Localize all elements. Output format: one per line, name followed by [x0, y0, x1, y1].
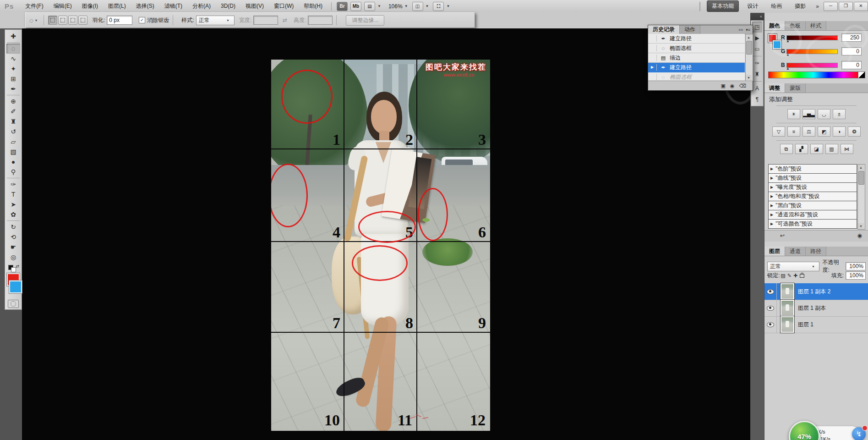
layer-name[interactable]: 图层 1 副本 2 [798, 288, 830, 296]
layer-row-original[interactable]: 图层 1 [764, 316, 868, 333]
quick-selection-tool[interactable]: ✦ [6, 64, 20, 74]
color-balance-icon[interactable]: ⚖ [802, 126, 815, 137]
history-source-box[interactable] [648, 55, 657, 61]
lasso-tool[interactable]: ∿ [6, 54, 20, 64]
b-value[interactable]: 0 [841, 61, 862, 69]
preset-selective-color[interactable]: ▶"可选颜色"预设 [769, 220, 857, 228]
history-source-box[interactable] [648, 35, 657, 42]
hue-saturation-icon[interactable]: ≡ [787, 126, 800, 137]
g-value[interactable]: 0 [841, 47, 862, 55]
eraser-tool[interactable]: ▱ [6, 137, 20, 147]
elliptical-marquee-icon[interactable]: ◌ [29, 16, 33, 24]
r-slider[interactable]: ▲ [786, 35, 838, 40]
history-state-current[interactable]: ▶ ✒ 建立路径 [648, 63, 745, 72]
tab-paths[interactable]: 路径 [806, 247, 826, 256]
g-slider[interactable]: ▲ [786, 49, 838, 54]
crop-tool[interactable]: ⊞ [6, 74, 20, 84]
posterize-icon[interactable]: ▞ [795, 144, 808, 154]
scroll-up-icon[interactable]: ▲ [746, 34, 752, 40]
workspace-design[interactable]: 设计 [742, 1, 763, 11]
chevron-down-icon[interactable]: ▼ [377, 4, 381, 8]
eyedropper-tool[interactable]: ✒ [6, 84, 20, 94]
brush-tool[interactable]: ✐ [6, 106, 20, 116]
menu-select[interactable]: 选择(S) [131, 0, 159, 12]
layer-thumbnail[interactable] [781, 316, 794, 333]
visibility-toggle[interactable] [764, 316, 777, 333]
menu-help[interactable]: 帮助(H) [299, 0, 328, 12]
preset-black-white[interactable]: ▶"黑白"预设 [769, 201, 857, 210]
photo-filter-icon[interactable]: ◑ [833, 126, 846, 137]
gradient-tool[interactable]: ▧ [6, 147, 20, 157]
blend-mode-dropdown[interactable]: 正常 ▾ [767, 262, 819, 271]
workspace-more-icon[interactable]: » [816, 3, 819, 10]
layer-thumbnail[interactable] [781, 300, 794, 316]
gradient-map-icon[interactable]: ▥ [825, 144, 838, 154]
clone-stamp-tool[interactable]: ♜ [6, 116, 20, 126]
delete-state-icon[interactable]: ⌫ [739, 83, 746, 89]
path-selection-tool[interactable]: ➤ [6, 199, 20, 209]
dodge-tool[interactable]: ⚲ [6, 167, 20, 177]
history-state[interactable]: ◌ 椭圆选框 [648, 44, 745, 53]
history-current-marker[interactable]: ▶ [648, 64, 657, 71]
opacity-value[interactable]: 100% [846, 262, 866, 270]
layer-name[interactable]: 图层 1 副本 [798, 304, 826, 312]
menu-view[interactable]: 视图(V) [240, 0, 269, 12]
menu-analysis[interactable]: 分析(A) [187, 0, 216, 12]
elliptical-marquee-tool[interactable]: ◌ [6, 44, 20, 54]
panel-history-icon[interactable]: ◳ [752, 22, 762, 33]
minimize-button[interactable]: ─ [824, 2, 838, 11]
scroll-up-icon[interactable]: ▲ [858, 165, 864, 170]
feather-input[interactable]: 0 px [107, 16, 132, 25]
fill-value[interactable]: 100% [846, 271, 866, 280]
restore-button[interactable]: ❐ [839, 2, 853, 11]
spot-difference-photo[interactable]: 1 2 3 4 5 6 7 8 9 10 11 12 图吧大家来找茬 www.s… [271, 60, 490, 431]
layer-thumbnail[interactable] [781, 283, 794, 300]
levels-icon[interactable]: ▂▅▃ [802, 109, 815, 119]
chevron-down-icon[interactable]: ▼ [404, 4, 408, 8]
history-state-undone[interactable]: ◌ 椭圆选框 [648, 72, 745, 80]
tab-channels[interactable]: 通道 [785, 247, 806, 256]
return-to-adjustment-list-icon[interactable]: ↩ [780, 232, 785, 239]
chevron-down-icon[interactable]: ▾ [35, 18, 37, 22]
presets-scrollbar[interactable]: ▲ ▼ [857, 164, 865, 230]
layer-name[interactable]: 图层 1 [798, 321, 813, 329]
scrollbar-thumb[interactable] [858, 171, 864, 185]
lock-paint-icon[interactable]: ✎ [787, 273, 792, 279]
tab-masks[interactable]: 蒙版 [785, 83, 806, 93]
preset-curves[interactable]: ▶"曲线"预设 [769, 174, 857, 183]
new-snapshot-icon[interactable]: ◉ [730, 83, 735, 89]
preset-levels[interactable]: ▶"色阶"预设 [769, 165, 857, 174]
panel-clone-source-icon[interactable]: ♜ [752, 69, 762, 80]
preset-channel-mixer[interactable]: ▶"通道混和器"预设 [769, 210, 857, 220]
chevron-down-icon[interactable]: ▼ [446, 4, 450, 8]
preset-exposure[interactable]: ▶"曝光度"预设 [769, 183, 857, 192]
history-source-box[interactable] [648, 74, 657, 80]
launch-bridge-button[interactable]: Br [337, 2, 348, 11]
menu-filter[interactable]: 滤镜(T) [159, 0, 187, 12]
tab-history[interactable]: 历史记录 [648, 25, 680, 34]
hand-tool[interactable]: ☛ [6, 242, 20, 252]
panel-paragraph-icon[interactable]: ¶ [752, 94, 762, 105]
workspace-painting[interactable]: 绘画 [766, 1, 786, 11]
new-document-from-state-icon[interactable]: ▣ [721, 83, 725, 89]
tab-color[interactable]: 颜色 [764, 21, 785, 30]
style-dropdown[interactable]: 正常 ▾ [196, 16, 235, 25]
menu-3d[interactable]: 3D(D) [216, 0, 240, 12]
orbit-3d-tool[interactable]: ⟲ [6, 232, 20, 242]
zoom-tool[interactable]: ◎ [6, 252, 20, 262]
document-canvas[interactable]: 1 2 3 4 5 6 7 8 9 10 11 12 图吧大家来找茬 www.s… [22, 28, 750, 440]
history-state[interactable]: ▤ 描边 [648, 53, 745, 63]
view-extras-icon[interactable]: ▤ [364, 2, 375, 11]
launch-mini-bridge-button[interactable]: Mb [350, 2, 361, 11]
panel-brushes-icon[interactable]: ✑ [752, 58, 762, 69]
channel-mixer-icon[interactable]: ❂ [848, 126, 861, 137]
menu-edit[interactable]: 编辑(E) [49, 0, 77, 12]
tab-styles[interactable]: 样式 [806, 21, 826, 30]
lock-transparency-icon[interactable]: ▨ [781, 273, 785, 279]
tab-layers[interactable]: 图层 [764, 247, 785, 256]
menu-layer[interactable]: 图层(L) [103, 0, 131, 12]
type-tool[interactable]: T [6, 189, 20, 199]
subtract-from-selection-button[interactable] [68, 16, 77, 25]
new-selection-button[interactable] [48, 16, 57, 25]
history-scrollbar[interactable]: ▲ ▼ [745, 34, 753, 81]
